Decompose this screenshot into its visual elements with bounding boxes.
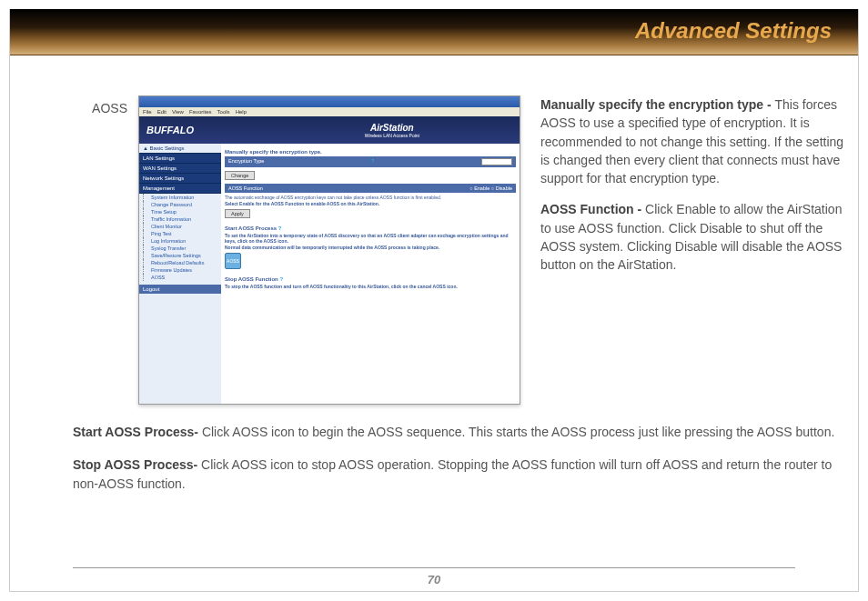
ss-aoss-func-label: AOSS Function xyxy=(228,185,263,191)
ss-change-button[interactable]: Change xyxy=(225,171,255,180)
page-number: 70 xyxy=(0,573,868,586)
ss-stop-label: Stop AOSS Function ? xyxy=(225,276,516,282)
nav-sub-log-info[interactable]: Log Information xyxy=(143,237,221,245)
ss-text2: Select Enable for the AOSS Function to e… xyxy=(225,201,516,206)
para-manual-encryption: Manually specify the encryption type - T… xyxy=(540,95,845,187)
menu-favorites[interactable]: Favorites xyxy=(189,109,212,115)
below-text-block: Start AOSS Process- Click AOSS icon to b… xyxy=(73,423,845,493)
brand-buffalo: BUFFALO xyxy=(146,125,194,135)
nav-sub-ping-test[interactable]: Ping Test xyxy=(143,230,221,237)
ss-text1: The automatic exchange of AOSS encryptio… xyxy=(225,195,516,200)
ss-h1: Manually specify the encryption type. xyxy=(225,149,516,155)
brand-sub: Wireless LAN Access Point xyxy=(365,133,419,138)
ss-apply-button[interactable]: Apply xyxy=(225,209,250,218)
footer-divider xyxy=(73,567,795,568)
nav-sub-change-password[interactable]: Change Password xyxy=(143,201,221,208)
ss-main: Manually specify the encryption type. En… xyxy=(221,144,520,404)
right-text-column: Manually specify the encryption type - T… xyxy=(531,95,845,405)
ss-start-label: Start AOSS Process ? xyxy=(225,225,516,231)
nav-sub-firmware[interactable]: Firmware Updates xyxy=(143,266,221,274)
nav-sub-save-restore[interactable]: Save/Restore Settings xyxy=(143,252,221,259)
nav-logout[interactable]: Logout xyxy=(139,285,221,294)
nav-management[interactable]: Management xyxy=(139,184,221,194)
menu-view[interactable]: View xyxy=(172,109,184,115)
nav-sub-syslog[interactable]: Syslog Transfer xyxy=(143,245,221,252)
ss-enc-row: Encryption Type ? WEP128 xyxy=(225,156,516,167)
para-stop-aoss: Stop AOSS Process- Click AOSS icon to st… xyxy=(73,456,845,493)
content-area: AOSS File Edit View Favorites Tools Help… xyxy=(73,95,845,507)
menu-edit[interactable]: Edit xyxy=(157,109,167,115)
para3-text: Click AOSS icon to begin the AOSS sequen… xyxy=(202,425,834,439)
menu-help[interactable]: Help xyxy=(236,109,247,115)
ss-sidebar: ▲ Basic Settings LAN Settings WAN Settin… xyxy=(139,144,221,404)
nav-sub-system-info[interactable]: System Information xyxy=(143,194,221,201)
menu-tools[interactable]: Tools xyxy=(217,109,230,115)
nav-sub-reboot[interactable]: Reboot/Reload Defaults xyxy=(143,259,221,266)
page-title: Advanced Settings xyxy=(635,18,832,44)
ss-enc-label: Encryption Type xyxy=(228,158,264,165)
ss-text3: To set the AirStation into a temporary s… xyxy=(225,233,516,244)
embedded-screenshot: File Edit View Favorites Tools Help BUFF… xyxy=(138,95,520,405)
para-start-aoss: Start AOSS Process- Click AOSS icon to b… xyxy=(73,423,845,441)
nav-basic-settings[interactable]: ▲ Basic Settings xyxy=(139,144,221,154)
brand-banner: BUFFALO AirStation Wireless LAN Access P… xyxy=(139,116,520,144)
ss-text4: Normal data communication will be tempor… xyxy=(225,245,516,250)
para2-bold: AOSS Function - xyxy=(540,202,645,216)
window-menubar: File Edit View Favorites Tools Help xyxy=(139,107,520,116)
ss-aoss-func-row: AOSS Function ○ Enable ○ Disable xyxy=(225,184,516,193)
window-titlebar xyxy=(139,96,520,107)
nav-network-settings[interactable]: Network Settings xyxy=(139,174,221,184)
nav-sub-time-setup[interactable]: Time Setup xyxy=(143,208,221,215)
ss-text5: To stop the AOSS function and turn off A… xyxy=(225,284,516,289)
brand-airstation: AirStation xyxy=(365,123,419,133)
nav-sub-client-monitor[interactable]: Client Monitor xyxy=(143,223,221,230)
nav-sub-traffic-info[interactable]: Traffic Information xyxy=(143,215,221,223)
ss-enc-select[interactable]: WEP128 xyxy=(481,158,512,165)
menu-file[interactable]: File xyxy=(143,109,152,115)
aoss-label: AOSS xyxy=(73,95,127,405)
para3-bold: Start AOSS Process- xyxy=(73,425,202,439)
ss-enable-radio[interactable]: Enable xyxy=(474,185,490,191)
nav-wan-settings[interactable]: WAN Settings xyxy=(139,164,221,174)
nav-sub-aoss[interactable]: AOSS xyxy=(143,274,221,281)
aoss-start-icon[interactable]: AOSS xyxy=(225,253,241,269)
para-aoss-function: AOSS Function - Click Enable to allow th… xyxy=(540,200,845,274)
ss-disable-radio[interactable]: Disable xyxy=(496,185,512,191)
para4-bold: Stop AOSS Process- xyxy=(73,457,201,472)
para1-bold: Manually specify the encryption type - xyxy=(540,97,775,112)
nav-lan-settings[interactable]: LAN Settings xyxy=(139,154,221,164)
